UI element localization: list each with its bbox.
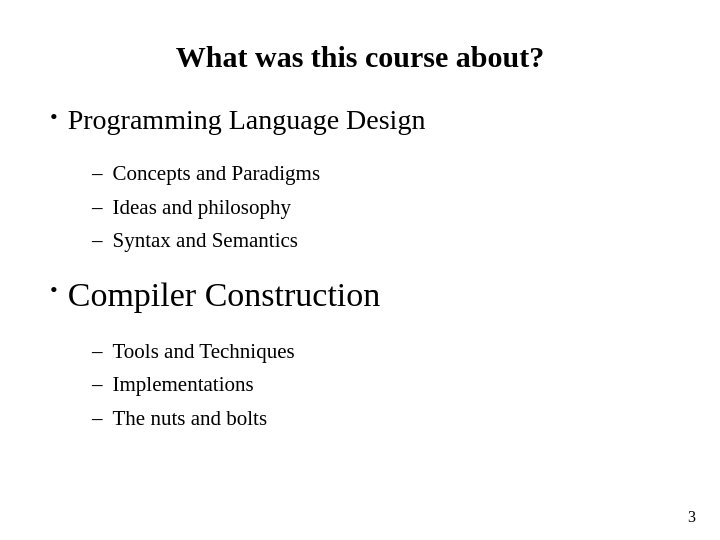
sub-item-1-2: – Ideas and philosophy	[92, 192, 670, 224]
bullet-text-2: Compiler Construction	[68, 275, 381, 316]
dash-1-1: –	[92, 158, 103, 190]
sub-item-text-2-2: Implementations	[113, 369, 254, 401]
bullet-symbol-1: •	[50, 104, 58, 130]
sub-item-text-2-3: The nuts and bolts	[113, 403, 268, 435]
slide: What was this course about? • Programmin…	[0, 0, 720, 540]
dash-1-2: –	[92, 192, 103, 224]
page-number: 3	[688, 508, 696, 526]
dash-2-2: –	[92, 369, 103, 401]
sub-item-2-1: – Tools and Techniques	[92, 336, 670, 368]
sub-item-1-3: – Syntax and Semantics	[92, 225, 670, 257]
sub-item-text-1-3: Syntax and Semantics	[113, 225, 298, 257]
sub-item-text-2-1: Tools and Techniques	[113, 336, 295, 368]
dash-2-1: –	[92, 336, 103, 368]
sub-item-text-1-2: Ideas and philosophy	[113, 192, 291, 224]
sub-items-1: – Concepts and Paradigms – Ideas and phi…	[92, 158, 670, 257]
bullet-item-1: • Programming Language Design	[50, 102, 670, 138]
bullet-item-2: • Compiler Construction	[50, 275, 670, 316]
slide-title: What was this course about?	[50, 40, 670, 74]
sub-item-text-1-1: Concepts and Paradigms	[113, 158, 321, 190]
sub-item-2-2: – Implementations	[92, 369, 670, 401]
sub-item-2-3: – The nuts and bolts	[92, 403, 670, 435]
bullet-symbol-2: •	[50, 277, 58, 303]
dash-2-3: –	[92, 403, 103, 435]
sub-item-1-1: – Concepts and Paradigms	[92, 158, 670, 190]
sub-items-2: – Tools and Techniques – Implementations…	[92, 336, 670, 435]
bullet-text-1: Programming Language Design	[68, 102, 426, 138]
slide-content: • Programming Language Design – Concepts…	[50, 102, 670, 510]
dash-1-3: –	[92, 225, 103, 257]
